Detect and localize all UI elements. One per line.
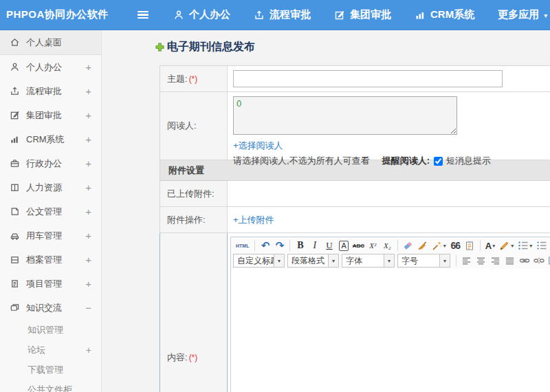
expand-plus-icon[interactable]: +: [85, 278, 93, 290]
text-style-button[interactable]: A: [339, 241, 348, 251]
rich-text-editor: HTML ↶ ↷ B I U A ABC X² X₂: [230, 237, 550, 392]
select-arrow-icon[interactable]: ▾: [274, 254, 285, 268]
sidebar-item-crm[interactable]: CRM系统 +: [0, 127, 101, 151]
superscript-button[interactable]: X²: [366, 239, 380, 252]
sidebar-item-knowledge-mgmt[interactable]: 知识管理: [0, 320, 101, 340]
blockquote-button[interactable]: 66: [448, 239, 463, 252]
nav-workflow-approval[interactable]: 流程审批: [254, 8, 311, 21]
hamburger-menu-icon[interactable]: [138, 11, 148, 19]
edit-icon: [334, 10, 345, 21]
sidebar-item-personal-office[interactable]: 个人办公 +: [0, 55, 101, 79]
subject-input[interactable]: [233, 70, 503, 87]
attachment-ops-label: 附件操作:: [167, 214, 206, 226]
sidebar-item-public-file-cabinet[interactable]: 公共文件柜: [0, 380, 101, 392]
sms-notify-label: 短消息提示: [446, 155, 491, 167]
content-row: 内容: (*) HTML ↶ ↷ B I U A: [160, 233, 550, 392]
sidebar-item-group-approval[interactable]: 集团审批 +: [0, 103, 101, 127]
home-icon: [10, 37, 20, 47]
italic-button[interactable]: I: [307, 239, 322, 252]
redo-button[interactable]: ↷: [272, 239, 287, 252]
sidebar-item-knowledge-exchange[interactable]: 知识交流 −: [0, 296, 101, 320]
expand-plus-icon[interactable]: +: [85, 61, 93, 73]
eraser-icon[interactable]: [401, 239, 415, 252]
align-justify-icon[interactable]: [503, 254, 517, 268]
sidebar-item-document-mgmt[interactable]: 公文管理 +: [0, 199, 101, 224]
sidebar-item-workflow-approval[interactable]: 流程审批 +: [0, 79, 101, 103]
expand-plus-icon[interactable]: +: [85, 133, 93, 145]
select-arrow-icon[interactable]: ▾: [440, 254, 450, 268]
caret-down-icon: ▾: [544, 11, 547, 19]
sidebar-item-hr[interactable]: 人力资源 +: [0, 175, 101, 199]
sidebar-item-forum[interactable]: 论坛 +: [0, 340, 101, 360]
nav-personal-office[interactable]: 个人办公: [173, 8, 230, 21]
select-arrow-icon[interactable]: ▾: [384, 254, 395, 268]
content-label: 内容:: [167, 351, 188, 364]
editor-toolbar-row2: 自定义标题 ▾ 段落格式 ▾ 字体 ▾ 字号 ▾: [231, 254, 550, 269]
sidebar-item-project-mgmt[interactable]: 项目管理 +: [0, 272, 101, 296]
sidebar-item-download-mgmt[interactable]: 下载管理: [0, 360, 101, 380]
expand-plus-icon[interactable]: +: [85, 109, 93, 121]
car-icon: [10, 230, 20, 241]
nav-crm[interactable]: CRM系统: [415, 8, 474, 21]
collapse-minus-icon[interactable]: −: [85, 302, 93, 314]
readers-hint-text: 请选择阅读人,不选为所有人可查看: [233, 155, 370, 167]
select-readers-link[interactable]: +选择阅读人: [233, 140, 283, 152]
font-color-button[interactable]: A▾: [483, 239, 497, 252]
uploaded-attachments-row: 已上传附件:: [160, 181, 550, 207]
editor-content-area[interactable]: [231, 269, 550, 392]
format-brush-icon[interactable]: [415, 239, 430, 252]
insert-link-icon[interactable]: [517, 254, 531, 268]
paragraph-format-select[interactable]: 段落格式 ▾: [287, 254, 339, 268]
sidebar-item-admin-office[interactable]: 行政办公 +: [0, 151, 101, 175]
subject-row: 主题: (*): [160, 66, 550, 92]
required-mark: (*): [189, 74, 198, 84]
heading-select[interactable]: 自定义标题 ▾: [233, 254, 285, 268]
select-arrow-icon[interactable]: ▾: [329, 254, 339, 268]
expand-plus-icon[interactable]: +: [85, 206, 93, 217]
top-nav: 个人办公 流程审批 集团审批 CRM系统 更多应用 ▾: [173, 8, 547, 21]
ordered-list-icon[interactable]: ▾: [516, 239, 534, 252]
undo-button[interactable]: ↶: [258, 239, 272, 252]
workflow-icon: [254, 10, 265, 21]
align-right-icon[interactable]: [488, 254, 503, 268]
expand-plus-icon[interactable]: +: [85, 85, 93, 97]
edit-icon: [10, 110, 20, 120]
archive-icon: [10, 254, 20, 265]
autotypeset-wand-icon[interactable]: ▾: [430, 239, 448, 252]
nav-more-apps[interactable]: 更多应用 ▾: [498, 8, 547, 21]
expand-plus-icon[interactable]: +: [85, 182, 93, 193]
editor-toolbar-row1: HTML ↶ ↷ B I U A ABC X² X₂: [231, 237, 550, 254]
subscript-button[interactable]: X₂: [380, 239, 395, 252]
document-icon: [10, 206, 20, 217]
nav-group-approval[interactable]: 集团审批: [334, 8, 391, 21]
main-content: 电子期刊信息发布 主题: (*) 阅读人: 0 +选择阅读人: [102, 30, 550, 392]
insert-image-icon[interactable]: [546, 254, 550, 268]
sidebar-item-desktop[interactable]: 个人桌面: [0, 30, 101, 55]
strikethrough-button[interactable]: ABC: [351, 239, 366, 252]
unordered-list-icon[interactable]: [534, 239, 549, 252]
bold-button[interactable]: B: [293, 239, 307, 252]
highlight-pen-icon[interactable]: ▾: [497, 239, 516, 252]
expand-plus-icon[interactable]: +: [85, 254, 93, 265]
workflow-icon: [10, 86, 20, 96]
expand-plus-icon[interactable]: +: [86, 345, 91, 356]
align-center-icon[interactable]: [474, 254, 488, 268]
uploaded-attachments-label: 已上传附件:: [167, 188, 214, 200]
sms-notify-checkbox[interactable]: [434, 157, 443, 166]
readers-textarea[interactable]: 0: [233, 96, 457, 135]
sidebar-item-archive-mgmt[interactable]: 档案管理 +: [0, 248, 101, 272]
font-size-select[interactable]: 字号 ▾: [397, 254, 450, 268]
expand-plus-icon[interactable]: +: [85, 230, 93, 241]
sidebar-item-vehicle-mgmt[interactable]: 用车管理 +: [0, 224, 101, 248]
attachment-ops-row: 附件操作: +上传附件: [160, 207, 550, 233]
paste-clipboard-icon[interactable]: [463, 239, 477, 252]
sidebar: 个人桌面 个人办公 + 流程审批 + 集团审批 + CRM系统 + 行政办公 +…: [0, 30, 102, 392]
expand-plus-icon[interactable]: +: [85, 157, 93, 169]
app-title: PHPOA协同办公软件: [0, 8, 138, 21]
upload-attachment-link[interactable]: +上传附件: [233, 214, 274, 226]
align-left-icon[interactable]: [459, 254, 474, 268]
unlink-icon[interactable]: [531, 254, 546, 268]
font-family-select[interactable]: 字体 ▾: [342, 254, 395, 268]
html-source-button[interactable]: HTML: [233, 239, 252, 252]
underline-button[interactable]: U: [322, 239, 336, 252]
